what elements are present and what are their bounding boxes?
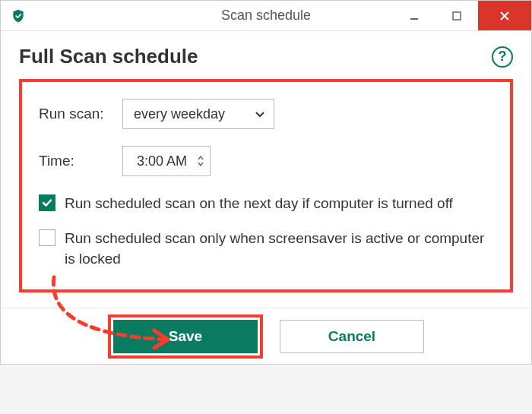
header-row: Full Scan schedule ? xyxy=(19,45,513,68)
page-title: Full Scan schedule xyxy=(19,45,198,68)
close-button[interactable] xyxy=(478,1,531,30)
content-area: Full Scan schedule ? Run scan: every wee… xyxy=(1,31,531,292)
option-next-day-checkbox[interactable] xyxy=(39,194,55,211)
time-label: Time: xyxy=(39,153,122,169)
run-scan-row: Run scan: every weekday xyxy=(39,99,493,129)
settings-highlight-box: Run scan: every weekday Time: 3:00 AM xyxy=(19,79,513,292)
save-highlight-box: Save xyxy=(108,314,263,359)
time-value: 3:00 AM xyxy=(137,153,187,169)
chevron-down-icon xyxy=(255,108,264,120)
window-controls xyxy=(393,1,531,30)
option-screensaver-label: Run scheduled scan only when screensaver… xyxy=(65,228,493,270)
shield-icon xyxy=(10,8,27,24)
run-scan-value: every weekday xyxy=(134,106,225,122)
cancel-button[interactable]: Cancel xyxy=(280,320,424,353)
option-next-day-row: Run scheduled scan on the next day if co… xyxy=(39,193,493,214)
footer: Save Cancel xyxy=(1,308,531,364)
time-input[interactable]: 3:00 AM xyxy=(122,146,211,176)
titlebar: Scan schedule xyxy=(1,1,531,31)
spinner-up-icon[interactable] xyxy=(198,155,204,161)
minimize-button[interactable] xyxy=(393,1,435,30)
run-scan-select[interactable]: every weekday xyxy=(122,99,274,129)
save-button[interactable]: Save xyxy=(113,320,258,353)
svg-rect-1 xyxy=(453,12,461,20)
time-spinner[interactable] xyxy=(198,155,204,167)
option-screensaver-row: Run scheduled scan only when screensaver… xyxy=(39,228,493,270)
time-row: Time: 3:00 AM xyxy=(39,146,493,176)
option-next-day-label: Run scheduled scan on the next day if co… xyxy=(65,193,453,214)
option-screensaver-checkbox[interactable] xyxy=(39,229,55,246)
run-scan-label: Run scan: xyxy=(39,106,122,122)
dialog-window: Scan schedule Full Scan schedule ? Run s… xyxy=(0,0,532,365)
maximize-button[interactable] xyxy=(435,1,478,30)
spinner-down-icon[interactable] xyxy=(198,161,204,167)
help-button[interactable]: ? xyxy=(492,46,513,68)
